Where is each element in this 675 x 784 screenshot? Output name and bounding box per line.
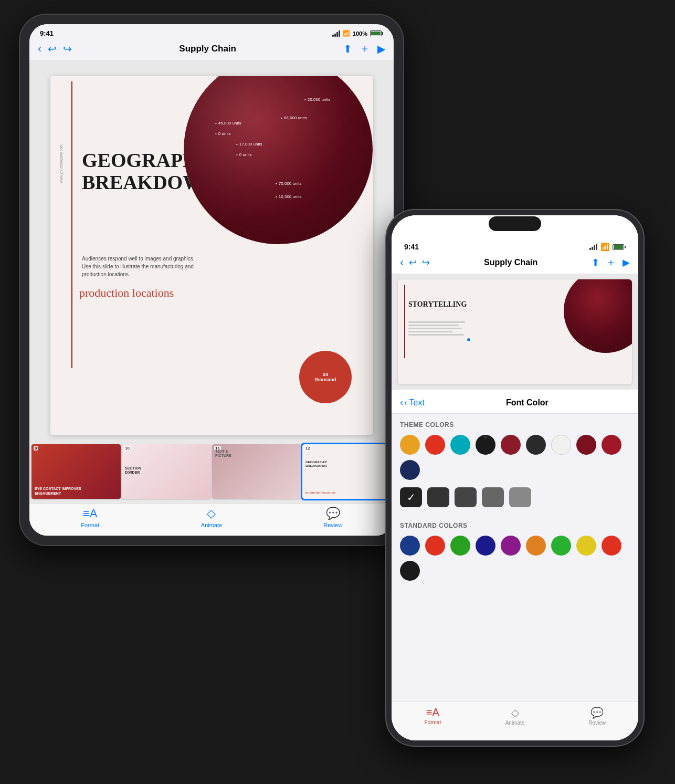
tablet-bottombar: ≡A Format ◇ Animate 💬 Review bbox=[29, 503, 394, 536]
tablet-animate-tab[interactable]: ◇ Animate bbox=[151, 507, 272, 528]
theme-color-darkgray[interactable] bbox=[526, 435, 546, 455]
theme-swatch-check[interactable]: ✓ bbox=[400, 487, 422, 507]
phone-animate-tab[interactable]: ◇ Animate bbox=[474, 706, 556, 726]
theme-colors-section: THEME COLORS ✓ bbox=[392, 414, 638, 515]
red-circle-number: 24 bbox=[323, 372, 328, 377]
tablet-play-button[interactable]: ▶ bbox=[377, 43, 385, 55]
data-point-1: 20,000 units bbox=[304, 97, 330, 102]
thumb-num-10: 10 bbox=[124, 446, 131, 451]
std-color-purple[interactable] bbox=[501, 536, 521, 556]
theme-color-navy[interactable] bbox=[400, 460, 420, 480]
data-point-6: 0 units bbox=[236, 152, 251, 157]
tablet-review-tab[interactable]: 💬 Review bbox=[272, 507, 394, 528]
animate-icon: ◇ bbox=[207, 507, 216, 520]
phone-review-label: Review bbox=[588, 720, 606, 726]
std-color-black[interactable] bbox=[400, 561, 420, 581]
phone-undo-button[interactable]: ↩ bbox=[409, 257, 417, 268]
phone-redo-button[interactable]: ↪ bbox=[422, 257, 430, 268]
data-point-7: 70,000 units bbox=[276, 181, 301, 186]
phone-review-icon: 💬 bbox=[590, 706, 604, 719]
phone-wifi-icon: 📶 bbox=[600, 243, 609, 251]
phone-screen: 9:41 📶 ‹ ↩ ↪ Su bbox=[392, 215, 638, 740]
phone-share-button[interactable]: ⬆ bbox=[592, 257, 599, 268]
thumb-num-9: 9 bbox=[34, 446, 38, 451]
theme-color-white[interactable] bbox=[551, 435, 571, 455]
selection-dot bbox=[466, 337, 471, 342]
std-color-orange[interactable] bbox=[526, 536, 546, 556]
thumbnail-strip: 9 EYE CONTACT IMPROVESENGAGEMENT 10 SECT… bbox=[29, 440, 394, 503]
red-circle-unit: thousand bbox=[315, 377, 336, 382]
theme-color-orange[interactable] bbox=[400, 435, 420, 455]
thumbnail-9[interactable]: 9 EYE CONTACT IMPROVESENGAGEMENT bbox=[31, 444, 121, 499]
wifi-icon: 📶 bbox=[343, 30, 350, 37]
slide-cursive: production locations bbox=[79, 286, 174, 300]
theme-color-red3[interactable] bbox=[602, 435, 621, 455]
phone-review-tab[interactable]: 💬 Review bbox=[556, 706, 638, 726]
font-color-header: ‹ ‹ Text Font Color bbox=[392, 390, 638, 414]
theme-color-red1[interactable] bbox=[425, 435, 445, 455]
theme-swatch-2[interactable] bbox=[427, 487, 449, 507]
font-color-back[interactable]: ‹ ‹ Text bbox=[400, 397, 425, 408]
theme-color-teal[interactable] bbox=[450, 435, 470, 455]
tablet-device: 9:41 📶 100% ‹ ↩ ↪ bbox=[20, 15, 403, 545]
tablet-undo-button[interactable]: ↩ bbox=[48, 43, 57, 55]
tablet-redo-button[interactable]: ↪ bbox=[63, 43, 72, 55]
slide-canvas[interactable]: www.yourcompany.com GEOGRAPHIC BREAKDOWN… bbox=[50, 76, 373, 435]
std-color-green[interactable] bbox=[450, 536, 470, 556]
thumbnail-10[interactable]: 10 SECTIONDIVIDER bbox=[122, 444, 211, 499]
std-color-darkblue[interactable] bbox=[476, 536, 495, 556]
data-point-4: 0 units bbox=[215, 131, 230, 136]
std-color-yellow[interactable] bbox=[576, 536, 596, 556]
data-point-2: 85,500 units bbox=[281, 116, 307, 120]
tablet-screen: 9:41 📶 100% ‹ ↩ ↪ bbox=[29, 24, 394, 536]
back-chevron: ‹ bbox=[400, 397, 403, 408]
std-color-lightgreen[interactable] bbox=[551, 536, 571, 556]
phone-format-tab[interactable]: ≡A Format bbox=[392, 706, 474, 726]
animate-label: Animate bbox=[201, 522, 222, 528]
phone-bottombar: ≡A Format ◇ Animate 💬 Review bbox=[392, 702, 638, 740]
phone-back-button[interactable]: ‹ bbox=[400, 256, 404, 269]
standard-colors-section: STANDARD COLORS bbox=[392, 515, 638, 588]
phone-nav-right: ⬆ ＋ ▶ bbox=[592, 255, 630, 269]
phone-battery-icon bbox=[613, 244, 626, 250]
phone-format-icon: ≡A bbox=[426, 706, 439, 718]
review-icon: 💬 bbox=[326, 507, 340, 520]
slide-vertical-text: www.yourcompany.com bbox=[59, 144, 63, 183]
phone-slide-thumb[interactable]: STORYTELLING bbox=[398, 279, 632, 384]
phone-time: 9:41 bbox=[404, 243, 419, 251]
theme-color-darkred[interactable] bbox=[501, 435, 521, 455]
slide-subtitle: Audiences respond well to images and gra… bbox=[82, 255, 197, 278]
font-color-panel: ‹ ‹ Text Font Color THEME COLORS bbox=[392, 390, 638, 702]
phone-add-button[interactable]: ＋ bbox=[606, 255, 616, 269]
back-text-label: ‹ Text bbox=[404, 398, 425, 407]
globe-container: 20,000 units 85,500 units 45,000 units 0… bbox=[184, 76, 373, 255]
tablet-navbar: ‹ ↩ ↪ Supply Chain ⬆ ＋ ▶ bbox=[29, 39, 394, 60]
tablet-notch bbox=[175, 15, 248, 20]
tablet-time: 9:41 bbox=[40, 29, 54, 37]
tablet-add-button[interactable]: ＋ bbox=[360, 41, 370, 56]
format-label: Format bbox=[81, 522, 99, 528]
theme-color-red2[interactable] bbox=[576, 435, 596, 455]
tablet-main: www.yourcompany.com GEOGRAPHIC BREAKDOWN… bbox=[29, 60, 394, 440]
thumb-label-10: SECTIONDIVIDER bbox=[125, 466, 141, 497]
tablet-share-button[interactable]: ⬆ bbox=[343, 43, 352, 55]
theme-color-black-selected[interactable] bbox=[476, 435, 495, 455]
slide-left-bar bbox=[71, 81, 72, 368]
thumbnail-12[interactable]: 12 GEOGRAPHICBREAKDOWN production locati… bbox=[302, 444, 392, 499]
theme-swatch-3[interactable] bbox=[455, 487, 477, 507]
thumbnail-11[interactable]: 11 TEXT &PICTURE bbox=[212, 444, 301, 499]
battery-percent: 100% bbox=[353, 30, 367, 37]
phone-animate-label: Animate bbox=[505, 720, 525, 726]
thumb-label-9: EYE CONTACT IMPROVESENGAGEMENT bbox=[35, 487, 81, 496]
tablet-back-button[interactable]: ‹ bbox=[38, 42, 41, 56]
std-color-red[interactable] bbox=[425, 536, 445, 556]
tablet-format-tab[interactable]: ≡A Format bbox=[29, 507, 151, 528]
phone-play-button[interactable]: ▶ bbox=[623, 257, 630, 268]
review-label: Review bbox=[323, 522, 342, 528]
theme-swatch-5[interactable] bbox=[509, 487, 531, 507]
theme-color-row2: ✓ bbox=[392, 487, 638, 515]
std-color-blue[interactable] bbox=[400, 536, 420, 556]
phone-animate-icon: ◇ bbox=[511, 706, 519, 719]
theme-swatch-4[interactable] bbox=[482, 487, 504, 507]
std-color-red2[interactable] bbox=[602, 536, 621, 556]
